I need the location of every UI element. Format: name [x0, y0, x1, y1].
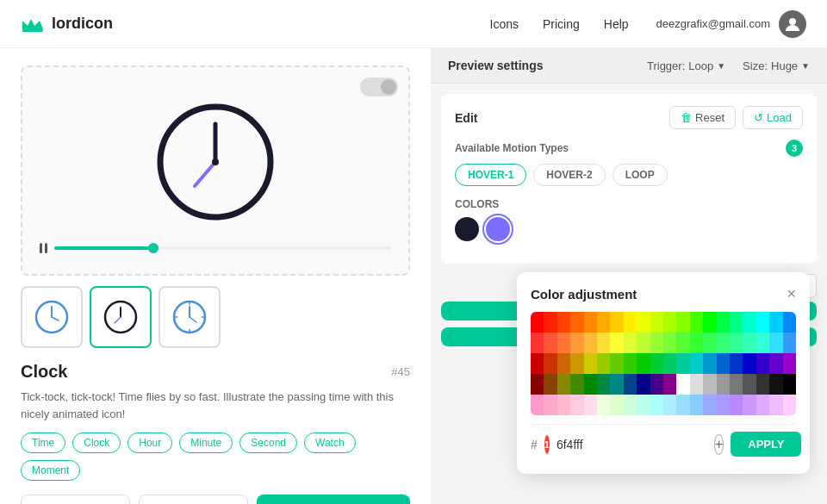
icon-id: #45	[391, 365, 410, 378]
color-swatch-dark[interactable]	[455, 217, 479, 241]
hover2-button[interactable]: HOVER-2	[533, 164, 605, 186]
tag-hour[interactable]: Hour	[127, 432, 172, 453]
svg-rect-0	[22, 29, 43, 32]
logo-text: lordicon	[52, 15, 113, 33]
svg-line-14	[190, 317, 196, 322]
tags-container: Time Clock Hour Minute Second Watch Mome…	[21, 432, 410, 481]
thumbnail-1[interactable]	[21, 286, 83, 348]
hover1-button[interactable]: HOVER-1	[455, 164, 526, 186]
preview-settings-bar: Preview settings Trigger: Loop ▼ Size: H…	[431, 48, 827, 84]
color-input-row: # 1 + APPLY	[531, 424, 796, 460]
logo-crown-icon	[21, 14, 45, 34]
action-buttons: 📁 Collection ☆ Favorites ⬡ SHARE	[21, 495, 410, 504]
logo[interactable]: lordicon	[21, 14, 113, 34]
color-number-indicator[interactable]: 1	[544, 435, 550, 454]
trigger-label: Trigger:	[647, 59, 685, 72]
user-area: deezgrafix@gmail.com	[656, 10, 806, 38]
main-nav: Icons Pricing Help	[490, 17, 629, 31]
thumbnail-2[interactable]	[90, 286, 152, 348]
svg-line-4	[195, 162, 215, 186]
user-email: deezgrafix@gmail.com	[656, 17, 770, 30]
favorites-button[interactable]: ☆ Favorites	[139, 495, 248, 504]
reset-label: Reset	[695, 111, 724, 124]
size-label: Size:	[743, 59, 768, 72]
nav-help[interactable]: Help	[604, 17, 629, 31]
trigger-value: Loop	[688, 59, 713, 72]
play-pause-button[interactable]	[40, 243, 47, 253]
trigger-chevron-icon: ▼	[717, 61, 725, 71]
size-control[interactable]: Size: Huge ▼	[743, 59, 810, 72]
motion-count-badge: 3	[786, 140, 803, 157]
svg-line-11	[115, 317, 121, 323]
loop-button[interactable]: LOOP	[612, 164, 668, 186]
toggle-switch[interactable]	[360, 78, 398, 96]
icon-description: Tick-tock, tick-tock! Time flies by so f…	[21, 389, 410, 422]
colors-label: COLORS	[455, 198, 803, 210]
thumbnail-3[interactable]	[159, 286, 221, 348]
color-picker-grid[interactable]	[531, 312, 796, 415]
motion-buttons: HOVER-1 HOVER-2 LOOP	[455, 164, 803, 186]
svg-point-1	[789, 18, 796, 25]
color-adjustment-header: Color adjustment ×	[531, 286, 796, 302]
playback-bar	[40, 240, 391, 257]
trigger-control[interactable]: Trigger: Loop ▼	[647, 59, 725, 72]
tag-second[interactable]: Second	[239, 432, 297, 453]
preview-settings-label: Preview settings	[448, 59, 544, 72]
avatar[interactable]	[779, 10, 806, 38]
clock-icon-preview	[146, 93, 284, 231]
nav-pricing[interactable]: Pricing	[543, 17, 580, 31]
color-adjustment-popup: Color adjustment × # 1 +	[517, 272, 810, 474]
settings-controls: Trigger: Loop ▼ Size: Huge ▼	[647, 59, 810, 72]
tag-minute[interactable]: Minute	[179, 432, 233, 453]
color-swatches	[455, 217, 803, 241]
svg-line-8	[52, 317, 59, 320]
color-adjustment-close-button[interactable]: ×	[787, 286, 796, 302]
apply-button[interactable]: APPLY	[731, 432, 801, 457]
left-panel: Clock #45 Tick-tock, tick-tock! Time fli…	[0, 48, 431, 504]
hex-input[interactable]	[557, 438, 707, 451]
load-label: Load	[767, 111, 792, 124]
edit-buttons: 🗑 Reset ↺ Load	[669, 106, 803, 129]
nav-icons[interactable]: Icons	[490, 17, 519, 31]
collection-button[interactable]: 📁 Collection	[21, 495, 130, 504]
icon-title-row: Clock #45	[21, 362, 410, 382]
icon-title: Clock	[21, 362, 67, 382]
size-chevron-icon: ▼	[801, 61, 810, 71]
thumbnail-strip	[21, 286, 410, 348]
preview-area	[21, 65, 410, 276]
size-value: Huge	[771, 59, 798, 72]
tag-moment[interactable]: Moment	[21, 460, 80, 481]
tag-time[interactable]: Time	[21, 432, 65, 453]
tag-clock[interactable]: Clock	[72, 432, 121, 453]
motion-types-text: Available Motion Types	[455, 142, 569, 154]
add-color-button[interactable]: +	[714, 434, 724, 455]
reset-button[interactable]: 🗑 Reset	[669, 106, 736, 129]
color-swatch-purple[interactable]	[486, 217, 510, 241]
trash-icon: 🗑	[681, 111, 692, 124]
color-adjustment-title: Color adjustment	[531, 287, 637, 302]
header: lordicon Icons Pricing Help deezgrafix@g…	[0, 0, 827, 48]
load-button[interactable]: ↺ Load	[743, 106, 803, 129]
reload-icon: ↺	[754, 111, 763, 124]
hash-symbol: #	[531, 438, 538, 451]
share-button[interactable]: ⬡ SHARE	[257, 495, 410, 504]
progress-slider[interactable]	[54, 246, 391, 250]
edit-header: Edit 🗑 Reset ↺ Load	[455, 106, 803, 129]
edit-panel: Edit 🗑 Reset ↺ Load Available Motion Typ	[441, 94, 817, 264]
edit-label: Edit	[455, 111, 477, 125]
tag-watch[interactable]: Watch	[304, 432, 356, 453]
motion-types-label: Available Motion Types 3	[455, 140, 803, 157]
svg-point-5	[212, 159, 219, 165]
